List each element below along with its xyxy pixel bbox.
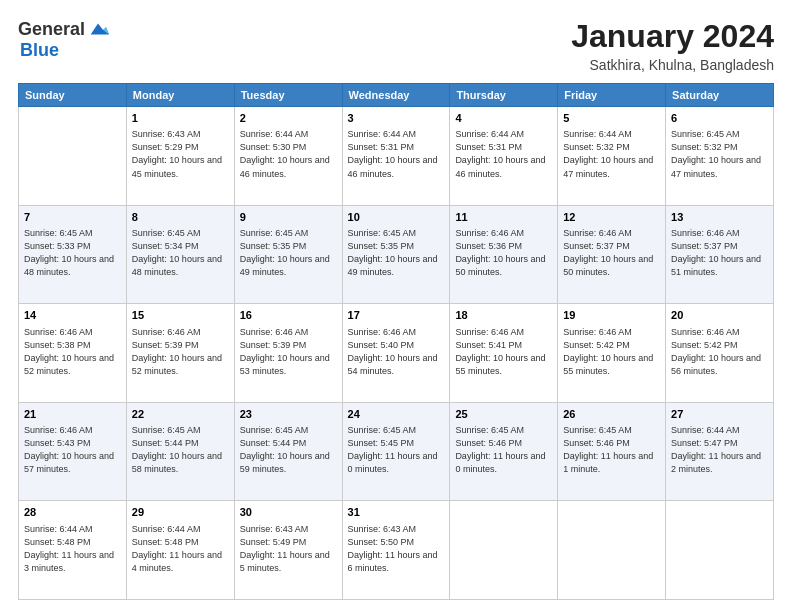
- page: General Blue January 2024 Satkhira, Khul…: [0, 0, 792, 612]
- calendar-cell: 28Sunrise: 6:44 AMSunset: 5:48 PMDayligh…: [19, 501, 127, 600]
- calendar-cell: 4Sunrise: 6:44 AMSunset: 5:31 PMDaylight…: [450, 107, 558, 206]
- header-day-saturday: Saturday: [666, 84, 774, 107]
- cell-info: Sunrise: 6:43 AMSunset: 5:50 PMDaylight:…: [348, 523, 445, 575]
- calendar-cell: 13Sunrise: 6:46 AMSunset: 5:37 PMDayligh…: [666, 205, 774, 304]
- cell-info: Sunrise: 6:45 AMSunset: 5:33 PMDaylight:…: [24, 227, 121, 279]
- calendar-cell: [19, 107, 127, 206]
- day-number: 9: [240, 210, 337, 225]
- cell-info: Sunrise: 6:45 AMSunset: 5:35 PMDaylight:…: [240, 227, 337, 279]
- cell-info: Sunrise: 6:46 AMSunset: 5:42 PMDaylight:…: [563, 326, 660, 378]
- calendar-cell: [666, 501, 774, 600]
- calendar-week-row: 7Sunrise: 6:45 AMSunset: 5:33 PMDaylight…: [19, 205, 774, 304]
- calendar-week-row: 1Sunrise: 6:43 AMSunset: 5:29 PMDaylight…: [19, 107, 774, 206]
- cell-info: Sunrise: 6:46 AMSunset: 5:39 PMDaylight:…: [240, 326, 337, 378]
- cell-info: Sunrise: 6:44 AMSunset: 5:47 PMDaylight:…: [671, 424, 768, 476]
- day-number: 2: [240, 111, 337, 126]
- logo-general-text: General: [18, 19, 85, 40]
- header-day-tuesday: Tuesday: [234, 84, 342, 107]
- cell-info: Sunrise: 6:44 AMSunset: 5:31 PMDaylight:…: [455, 128, 552, 180]
- logo-text: General: [18, 18, 109, 40]
- day-number: 20: [671, 308, 768, 323]
- cell-info: Sunrise: 6:44 AMSunset: 5:30 PMDaylight:…: [240, 128, 337, 180]
- logo: General Blue: [18, 18, 109, 61]
- cell-info: Sunrise: 6:43 AMSunset: 5:49 PMDaylight:…: [240, 523, 337, 575]
- calendar-cell: 5Sunrise: 6:44 AMSunset: 5:32 PMDaylight…: [558, 107, 666, 206]
- calendar-cell: 29Sunrise: 6:44 AMSunset: 5:48 PMDayligh…: [126, 501, 234, 600]
- month-title: January 2024: [571, 18, 774, 55]
- cell-info: Sunrise: 6:46 AMSunset: 5:37 PMDaylight:…: [671, 227, 768, 279]
- calendar-cell: 21Sunrise: 6:46 AMSunset: 5:43 PMDayligh…: [19, 402, 127, 501]
- day-number: 29: [132, 505, 229, 520]
- cell-info: Sunrise: 6:44 AMSunset: 5:48 PMDaylight:…: [24, 523, 121, 575]
- day-number: 5: [563, 111, 660, 126]
- calendar-cell: 31Sunrise: 6:43 AMSunset: 5:50 PMDayligh…: [342, 501, 450, 600]
- day-number: 1: [132, 111, 229, 126]
- logo-blue-text: Blue: [20, 40, 59, 61]
- cell-info: Sunrise: 6:44 AMSunset: 5:31 PMDaylight:…: [348, 128, 445, 180]
- cell-info: Sunrise: 6:45 AMSunset: 5:45 PMDaylight:…: [348, 424, 445, 476]
- calendar-cell: 7Sunrise: 6:45 AMSunset: 5:33 PMDaylight…: [19, 205, 127, 304]
- calendar-header-row: SundayMondayTuesdayWednesdayThursdayFrid…: [19, 84, 774, 107]
- calendar-cell: 27Sunrise: 6:44 AMSunset: 5:47 PMDayligh…: [666, 402, 774, 501]
- cell-info: Sunrise: 6:45 AMSunset: 5:35 PMDaylight:…: [348, 227, 445, 279]
- calendar-week-row: 28Sunrise: 6:44 AMSunset: 5:48 PMDayligh…: [19, 501, 774, 600]
- calendar-cell: 20Sunrise: 6:46 AMSunset: 5:42 PMDayligh…: [666, 304, 774, 403]
- location: Satkhira, Khulna, Bangladesh: [571, 57, 774, 73]
- calendar-cell: 25Sunrise: 6:45 AMSunset: 5:46 PMDayligh…: [450, 402, 558, 501]
- calendar-cell: 6Sunrise: 6:45 AMSunset: 5:32 PMDaylight…: [666, 107, 774, 206]
- calendar-cell: 16Sunrise: 6:46 AMSunset: 5:39 PMDayligh…: [234, 304, 342, 403]
- cell-info: Sunrise: 6:46 AMSunset: 5:39 PMDaylight:…: [132, 326, 229, 378]
- cell-info: Sunrise: 6:45 AMSunset: 5:46 PMDaylight:…: [455, 424, 552, 476]
- header-day-friday: Friday: [558, 84, 666, 107]
- day-number: 16: [240, 308, 337, 323]
- calendar-week-row: 21Sunrise: 6:46 AMSunset: 5:43 PMDayligh…: [19, 402, 774, 501]
- cell-info: Sunrise: 6:45 AMSunset: 5:32 PMDaylight:…: [671, 128, 768, 180]
- calendar-cell: 18Sunrise: 6:46 AMSunset: 5:41 PMDayligh…: [450, 304, 558, 403]
- day-number: 27: [671, 407, 768, 422]
- cell-info: Sunrise: 6:46 AMSunset: 5:43 PMDaylight:…: [24, 424, 121, 476]
- calendar-table: SundayMondayTuesdayWednesdayThursdayFrid…: [18, 83, 774, 600]
- day-number: 24: [348, 407, 445, 422]
- calendar-cell: 23Sunrise: 6:45 AMSunset: 5:44 PMDayligh…: [234, 402, 342, 501]
- cell-info: Sunrise: 6:46 AMSunset: 5:36 PMDaylight:…: [455, 227, 552, 279]
- cell-info: Sunrise: 6:46 AMSunset: 5:38 PMDaylight:…: [24, 326, 121, 378]
- calendar-cell: [558, 501, 666, 600]
- cell-info: Sunrise: 6:45 AMSunset: 5:44 PMDaylight:…: [132, 424, 229, 476]
- header: General Blue January 2024 Satkhira, Khul…: [18, 18, 774, 73]
- calendar-cell: 3Sunrise: 6:44 AMSunset: 5:31 PMDaylight…: [342, 107, 450, 206]
- cell-info: Sunrise: 6:44 AMSunset: 5:32 PMDaylight:…: [563, 128, 660, 180]
- cell-info: Sunrise: 6:43 AMSunset: 5:29 PMDaylight:…: [132, 128, 229, 180]
- calendar-cell: 19Sunrise: 6:46 AMSunset: 5:42 PMDayligh…: [558, 304, 666, 403]
- cell-info: Sunrise: 6:45 AMSunset: 5:46 PMDaylight:…: [563, 424, 660, 476]
- day-number: 25: [455, 407, 552, 422]
- day-number: 10: [348, 210, 445, 225]
- day-number: 12: [563, 210, 660, 225]
- cell-info: Sunrise: 6:46 AMSunset: 5:37 PMDaylight:…: [563, 227, 660, 279]
- day-number: 4: [455, 111, 552, 126]
- calendar-cell: 8Sunrise: 6:45 AMSunset: 5:34 PMDaylight…: [126, 205, 234, 304]
- cell-info: Sunrise: 6:46 AMSunset: 5:40 PMDaylight:…: [348, 326, 445, 378]
- header-day-wednesday: Wednesday: [342, 84, 450, 107]
- day-number: 15: [132, 308, 229, 323]
- calendar-cell: 12Sunrise: 6:46 AMSunset: 5:37 PMDayligh…: [558, 205, 666, 304]
- calendar-week-row: 14Sunrise: 6:46 AMSunset: 5:38 PMDayligh…: [19, 304, 774, 403]
- cell-info: Sunrise: 6:45 AMSunset: 5:44 PMDaylight:…: [240, 424, 337, 476]
- day-number: 17: [348, 308, 445, 323]
- day-number: 30: [240, 505, 337, 520]
- calendar-cell: 14Sunrise: 6:46 AMSunset: 5:38 PMDayligh…: [19, 304, 127, 403]
- calendar-cell: 9Sunrise: 6:45 AMSunset: 5:35 PMDaylight…: [234, 205, 342, 304]
- header-day-thursday: Thursday: [450, 84, 558, 107]
- day-number: 7: [24, 210, 121, 225]
- logo-icon: [87, 18, 109, 40]
- day-number: 14: [24, 308, 121, 323]
- calendar-cell: 10Sunrise: 6:45 AMSunset: 5:35 PMDayligh…: [342, 205, 450, 304]
- calendar-cell: [450, 501, 558, 600]
- calendar-cell: 26Sunrise: 6:45 AMSunset: 5:46 PMDayligh…: [558, 402, 666, 501]
- cell-info: Sunrise: 6:44 AMSunset: 5:48 PMDaylight:…: [132, 523, 229, 575]
- title-block: January 2024 Satkhira, Khulna, Banglades…: [571, 18, 774, 73]
- day-number: 26: [563, 407, 660, 422]
- day-number: 21: [24, 407, 121, 422]
- day-number: 11: [455, 210, 552, 225]
- calendar-cell: 2Sunrise: 6:44 AMSunset: 5:30 PMDaylight…: [234, 107, 342, 206]
- day-number: 13: [671, 210, 768, 225]
